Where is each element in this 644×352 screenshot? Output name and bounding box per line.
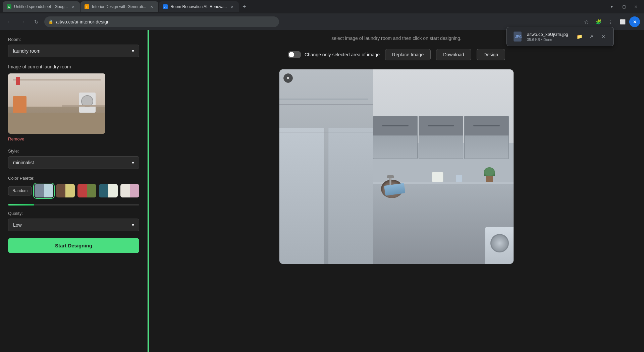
palette-option-2[interactable] (56, 184, 75, 197)
style-dropdown[interactable]: minimalist ▾ (8, 156, 139, 169)
toggle-label: Change only selected area of image (305, 52, 380, 57)
back-button[interactable]: ← (4, 16, 15, 27)
browser-chrome: G Untitled spreadsheet - Goog... ✕ I Int… (0, 0, 644, 30)
palette-option-4[interactable] (99, 184, 118, 197)
quality-dropdown-chevron: ▾ (132, 222, 134, 228)
quality-label: Quality: (8, 211, 139, 216)
progress-bar (8, 204, 139, 206)
close-window-btn[interactable]: ✕ (631, 1, 641, 12)
modal-close-button[interactable]: ✕ (283, 73, 293, 83)
renovated-room-image (279, 69, 514, 264)
style-label: Style: (8, 149, 139, 154)
download-notification: JPG aitwo.co_x6UjGfn.jpg 35.6 KB • Done … (506, 27, 614, 46)
download-file-icon: JPG (512, 31, 523, 42)
download-info: aitwo.co_x6UjGfn.jpg 35.6 KB • Done (527, 32, 571, 42)
tab-interior-design[interactable]: I Interior Design with Generati... ✕ (80, 1, 158, 12)
main-area: select image of laundry room and then cl… (149, 30, 644, 352)
tab-close-interior[interactable]: ✕ (149, 4, 154, 9)
toggle-knob (289, 52, 294, 57)
style-value: minimalist (13, 160, 34, 165)
laundry-room-preview (8, 73, 105, 134)
new-tab-button[interactable]: + (239, 2, 249, 11)
toggle-row: Change only selected area of image (288, 51, 380, 58)
tab-favicon-spreadsheet: G (7, 4, 11, 9)
profile-avatar[interactable]: ✕ (629, 16, 640, 27)
quality-dropdown[interactable]: Low ▾ (8, 219, 139, 231)
tab-spreadsheet[interactable]: G Untitled spreadsheet - Goog... ✕ (3, 1, 80, 12)
palette-option-3[interactable] (77, 184, 96, 197)
progress-fill (8, 204, 34, 206)
room-label: Room: (8, 37, 139, 42)
color-palette-section: Color Palette: Random (8, 176, 139, 197)
download-actions: 📁 ↗ ✕ (575, 32, 608, 41)
palette-option-5[interactable] (120, 184, 139, 197)
tab-favicon-interior: I (85, 4, 89, 9)
tab-bar: G Untitled spreadsheet - Goog... ✕ I Int… (0, 0, 644, 13)
open-folder-button[interactable]: 📁 (575, 32, 584, 41)
browser-actions: ☆ 🧩 ⋮ ⬜ ✕ (581, 16, 640, 27)
modal-overlay: ✕ (149, 66, 644, 352)
browser-menu-button[interactable]: ⋮ (605, 16, 616, 27)
tab-title-interior: Interior Design with Generati... (92, 4, 146, 9)
room-modal: ✕ (279, 69, 514, 264)
dismiss-download-button[interactable]: ✕ (599, 32, 608, 41)
close-icon: ✕ (286, 75, 290, 81)
download-button[interactable]: Download (436, 49, 471, 60)
lock-icon: 🔒 (48, 19, 53, 24)
area-toggle[interactable] (288, 51, 301, 58)
open-file-button[interactable]: ↗ (587, 32, 596, 41)
style-dropdown-chevron: ▾ (132, 160, 134, 165)
download-meta: 35.6 KB • Done (527, 38, 571, 42)
page-content: Room: laundry room ▾ Image of current la… (0, 30, 644, 352)
design-button[interactable]: Design (477, 49, 505, 60)
room-value: laundry room (13, 48, 41, 54)
address-bar[interactable]: 🔒 aitwo.co/ai-interior-design (44, 16, 279, 27)
extension-button[interactable]: 🧩 (593, 16, 604, 27)
palette-random-label: Random (12, 188, 28, 193)
tab-title-renovation: Room Renovation AI: Renova... (170, 4, 227, 9)
download-filename: aitwo.co_x6UjGfn.jpg (527, 32, 571, 37)
image-section-title: Image of current laundry room (8, 64, 139, 69)
room-dropdown-chevron: ▾ (132, 48, 134, 54)
split-view-button[interactable]: ⬜ (617, 16, 628, 27)
forward-button[interactable]: → (17, 16, 28, 27)
remove-image-link[interactable]: Remove (8, 136, 24, 141)
svg-text:JPG: JPG (515, 35, 522, 39)
tab-title-spreadsheet: Untitled spreadsheet - Goog... (14, 4, 68, 9)
minimize-window-btn[interactable]: ▼ (606, 1, 617, 12)
refresh-button[interactable]: ↻ (31, 16, 42, 27)
palette-option-1[interactable] (35, 184, 53, 197)
address-text: aitwo.co/ai-interior-design (56, 19, 110, 24)
tab-close-spreadsheet[interactable]: ✕ (70, 4, 76, 9)
palette-random[interactable]: Random (8, 186, 32, 195)
tab-room-renovation[interactable]: A Room Renovation AI: Renova... ✕ (159, 1, 239, 12)
controls-bar: Change only selected area of image Repla… (149, 46, 644, 66)
palette-row: Random (8, 184, 139, 197)
replace-image-button[interactable]: Replace Image (385, 49, 431, 60)
maximize-window-btn[interactable]: ▢ (619, 1, 629, 12)
bookmark-button[interactable]: ☆ (581, 16, 592, 27)
start-designing-button[interactable]: Start Designing (8, 238, 139, 253)
quality-value: Low (13, 222, 22, 228)
tab-close-renovation[interactable]: ✕ (229, 4, 235, 9)
room-dropdown[interactable]: laundry room ▾ (8, 45, 139, 57)
tab-favicon-renovation: A (163, 4, 168, 9)
sidebar: Room: laundry room ▾ Image of current la… (0, 30, 148, 352)
color-palette-label: Color Palette: (8, 176, 139, 181)
instruction-label: select image of laundry room and then cl… (331, 36, 462, 41)
